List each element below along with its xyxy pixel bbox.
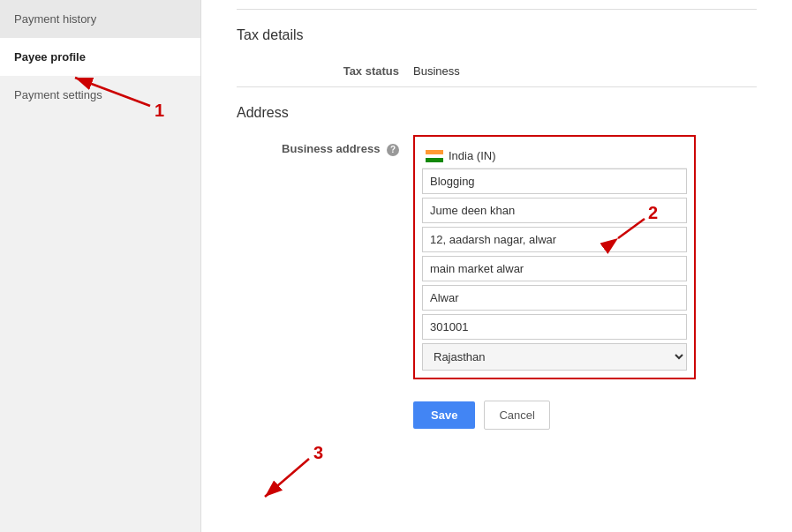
name-input[interactable] <box>422 198 687 223</box>
cancel-button[interactable]: Cancel <box>484 401 549 430</box>
postal-input[interactable] <box>422 314 687 340</box>
main-content: Tax details Tax status Business Address … <box>201 0 792 532</box>
address2-input[interactable] <box>422 256 687 281</box>
sidebar-item-payment-settings[interactable]: Payment settings <box>0 76 200 114</box>
section-divider-top <box>237 9 757 10</box>
tax-section-title: Tax details <box>237 27 757 43</box>
address1-input[interactable] <box>422 227 687 252</box>
sidebar-item-label: Payment history <box>14 12 96 26</box>
india-flag-icon <box>426 150 443 162</box>
business-address-row: Business address ? India (IN) Andhra Pra… <box>237 135 757 379</box>
section-divider-middle <box>237 86 757 87</box>
address-form: India (IN) Andhra Pradesh Arunachal Prad… <box>413 135 696 379</box>
save-button[interactable]: Save <box>413 401 475 429</box>
sidebar-item-payee-profile[interactable]: Payee profile <box>0 38 200 76</box>
country-label: India (IN) <box>449 149 495 162</box>
country-row: India (IN) <box>422 144 687 169</box>
button-row: Save Cancel <box>237 401 757 430</box>
tax-status-value: Business <box>413 57 460 78</box>
sidebar: Payment history Payee profile Payment se… <box>0 0 201 532</box>
state-select[interactable]: Andhra Pradesh Arunachal Pradesh Assam B… <box>422 343 687 371</box>
company-input[interactable] <box>422 169 687 194</box>
sidebar-item-label: Payee profile <box>14 50 86 64</box>
city-input[interactable] <box>422 285 687 311</box>
address-section-title: Address <box>237 105 757 121</box>
address-section: Address Business address ? India (IN) <box>237 105 757 379</box>
help-icon[interactable]: ? <box>387 144 399 156</box>
tax-section: Tax details Tax status Business <box>237 27 757 78</box>
tax-status-row: Tax status Business <box>237 57 757 78</box>
sidebar-item-payment-history[interactable]: Payment history <box>0 0 200 38</box>
sidebar-item-label: Payment settings <box>14 88 102 101</box>
tax-status-label: Tax status <box>237 57 413 78</box>
business-address-label: Business address ? <box>237 135 413 156</box>
